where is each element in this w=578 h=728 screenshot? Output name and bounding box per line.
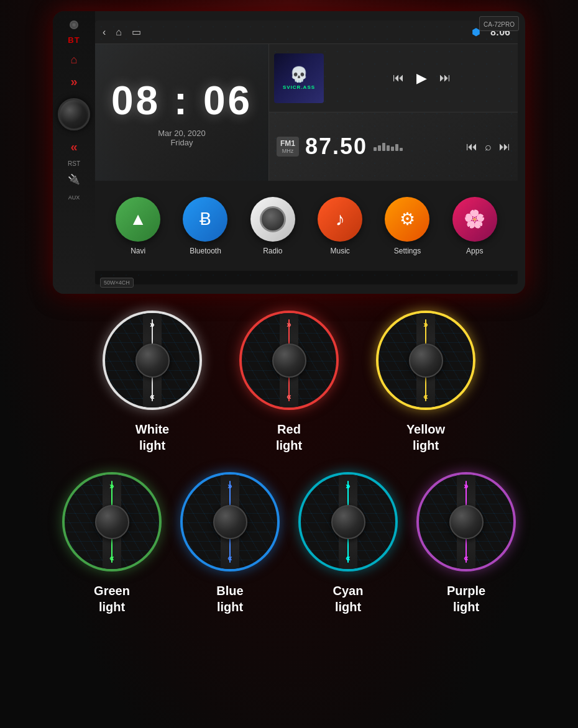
app-bluetooth[interactable]: Ƀ Bluetooth <box>183 197 227 255</box>
model-label-box: CA-72PRO <box>479 16 519 31</box>
light-item-green: » « Greenlight <box>62 472 162 615</box>
red-light-circle: » « <box>239 311 339 410</box>
date-line1: Mar 20, 2020 <box>158 129 206 138</box>
music-note-icon: ♪ <box>336 209 345 230</box>
light-section: » « Whitelight » « Redlight <box>0 311 578 627</box>
rst-label[interactable]: RST <box>68 160 80 167</box>
knob-inner-cyan: » « <box>301 475 395 569</box>
knob-up-arrow-yellow: » <box>423 319 428 329</box>
power-badge: 50W×4CH <box>100 278 134 288</box>
knob-inner-red: » « <box>242 313 336 407</box>
apps-label: Apps <box>466 247 483 255</box>
gear-icon: ⚙ <box>400 209 415 229</box>
apps-icon-circle: 🌸 <box>452 197 497 242</box>
cyan-light-label: Cyanlight <box>333 583 364 615</box>
app-music[interactable]: ♪ Music <box>318 197 362 255</box>
knob-down-arrow-white: « <box>150 391 155 401</box>
light-item-red: » « Redlight <box>239 311 339 453</box>
album-skull-icon: 💀 <box>290 66 308 83</box>
knob-up-arrow-blue: » <box>227 481 232 491</box>
knob-up-arrow-red: » <box>287 319 291 329</box>
knob-inner-yellow: » « <box>378 313 473 407</box>
knob-inner-blue: » « <box>183 475 277 569</box>
app-radio[interactable]: Radio <box>250 197 295 255</box>
band-name: SVICR.ASS <box>283 84 315 90</box>
knob-up-arrow-cyan: » <box>346 481 351 491</box>
cyan-light-circle: » « <box>298 472 398 571</box>
apps-grid: ▲ Navi Ƀ Bluetooth Radio ♪ Music <box>95 181 518 271</box>
rewind-button[interactable]: « <box>70 140 77 154</box>
camera-dot <box>70 20 78 29</box>
music-label: Music <box>330 247 349 255</box>
purple-light-circle: » « <box>416 472 516 571</box>
radio-label: Radio <box>263 247 282 255</box>
white-light-label: Whitelight <box>135 421 169 453</box>
left-panel: BT ⌂ » « RST 🔌 AUX <box>53 11 95 294</box>
knob-down-arrow-cyan: « <box>346 553 351 563</box>
bluetooth-label: Bluetooth <box>190 247 221 255</box>
blue-light-label: Bluelight <box>216 583 243 615</box>
navi-arrow-icon: ▲ <box>129 209 147 229</box>
app-apps[interactable]: 🌸 Apps <box>452 197 497 255</box>
clock-section: 08 : 06 Mar 20, 2020 Friday <box>95 44 269 181</box>
model-label: CA-72PRO <box>484 21 515 28</box>
purple-light-label: Purplelight <box>447 583 485 615</box>
white-light-circle: » « <box>103 311 202 410</box>
app-settings[interactable]: ⚙ Settings <box>385 197 429 255</box>
apps-flower-icon: 🌸 <box>464 209 485 229</box>
light-item-cyan: » « Cyanlight <box>298 472 398 615</box>
radio-dial-icon <box>260 206 286 232</box>
red-light-label: Redlight <box>276 421 302 453</box>
music-icon-circle: ♪ <box>318 197 362 242</box>
knob-dial-white[interactable] <box>135 344 170 378</box>
bt-label: BT <box>68 35 80 45</box>
yellow-light-circle: » « <box>376 311 475 410</box>
date-line2: Friday <box>158 138 206 147</box>
knob-up-arrow-green: » <box>109 481 114 491</box>
light-row-2: » « Greenlight » « Bluelight <box>0 472 578 615</box>
light-item-yellow: » « Yellowlight <box>376 311 475 453</box>
volume-knob[interactable] <box>58 98 90 130</box>
navi-label: Navi <box>131 247 145 255</box>
knob-down-arrow-green: « <box>109 553 114 563</box>
home-button[interactable]: ⌂ <box>65 51 83 68</box>
knob-up-arrow-white: » <box>150 319 155 329</box>
light-row-1: » « Whitelight » « Redlight <box>0 311 578 453</box>
light-item-purple: » « Purplelight <box>416 472 516 615</box>
knob-up-arrow-purple: » <box>464 481 469 491</box>
knob-inner-green: » « <box>65 475 159 569</box>
date-display: Mar 20, 2020 Friday <box>158 129 206 147</box>
knob-inner-purple: » « <box>419 475 513 569</box>
yellow-light-label: Yellowlight <box>406 421 445 453</box>
light-item-blue: » « Bluelight <box>180 472 280 615</box>
green-light-label: Greenlight <box>94 583 130 615</box>
settings-label: Settings <box>394 247 421 255</box>
knob-dial-purple[interactable] <box>449 505 484 539</box>
knob-dial-green[interactable] <box>95 505 129 539</box>
knob-down-arrow-blue: « <box>227 553 232 563</box>
green-light-circle: » « <box>62 472 162 571</box>
knob-down-arrow-red: « <box>287 391 291 401</box>
knob-dial-yellow[interactable] <box>409 344 443 378</box>
aux-label: AUX <box>68 194 80 201</box>
navi-icon-circle: ▲ <box>116 197 160 242</box>
main-clock: 08 : 06 <box>111 78 252 124</box>
radio-icon-circle <box>250 197 295 242</box>
album-art: 💀 SVICR.ASS <box>274 53 324 103</box>
knob-down-arrow-yellow: « <box>423 391 428 401</box>
knob-inner-white: » « <box>105 313 200 407</box>
knob-dial-cyan[interactable] <box>331 505 365 539</box>
main-display: ‹ ⌂ ▭ ⬢ 8:06 08 : 06 Mar 20, 2020 Friday <box>95 20 518 284</box>
bottom-bar: 50W×4CH <box>95 276 139 289</box>
blue-light-circle: » « <box>180 472 280 571</box>
bluetooth-icon-circle: Ƀ <box>183 197 227 242</box>
knob-dial-red[interactable] <box>272 344 306 378</box>
light-item-white: » « Whitelight <box>103 311 202 453</box>
knob-down-arrow-purple: « <box>464 553 469 563</box>
fast-forward-button[interactable]: » <box>70 75 77 89</box>
app-navi[interactable]: ▲ Navi <box>116 197 160 255</box>
usb-icon: 🔌 <box>68 173 80 185</box>
bluetooth-icon: Ƀ <box>200 209 211 229</box>
settings-icon-circle: ⚙ <box>385 197 429 242</box>
knob-dial-blue[interactable] <box>213 505 247 539</box>
